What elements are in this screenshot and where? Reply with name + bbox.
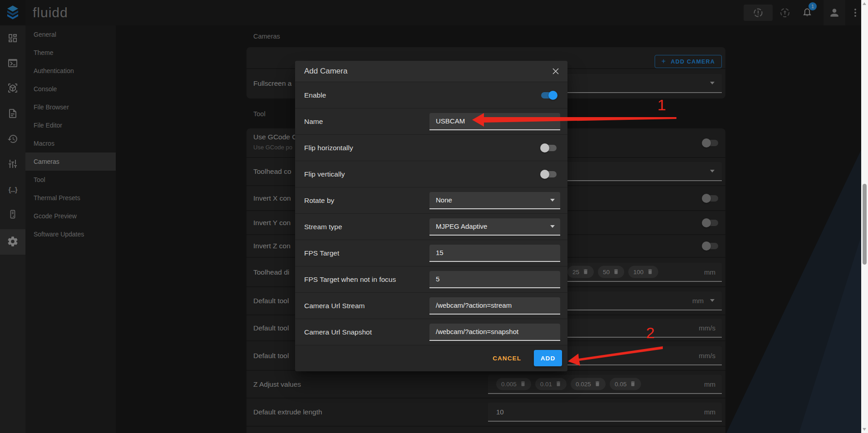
camera-url-snapshot-row: Camera Url Snapshot /webcam/?action=snap… [295, 319, 567, 345]
name-row: Name USBCAM [295, 108, 567, 134]
flip-vertically-row: Flip vertically [295, 161, 567, 187]
close-icon[interactable] [550, 66, 561, 77]
page-scrollbar[interactable] [861, 0, 868, 433]
name-label: Name [304, 118, 323, 126]
fps-target-unfocused-input[interactable]: 5 [429, 271, 560, 288]
scroll-down-arrow[interactable] [863, 428, 866, 431]
rotate-by-select[interactable]: None [429, 192, 560, 209]
dialog-header: Add Camera [295, 61, 567, 82]
fps-target-row: FPS Target 15 [295, 240, 567, 266]
flip-horizontally-toggle[interactable] [540, 143, 557, 153]
fps-target-unfocused-label: FPS Target when not in focus [304, 276, 396, 284]
camera-url-stream-row: Camera Url Stream /webcam/?action=stream [295, 292, 567, 319]
enable-row: Enable [295, 82, 567, 108]
flip-horizontally-row: Flip horizontally [295, 134, 567, 161]
camera-url-stream-input[interactable]: /webcam/?action=stream [429, 297, 560, 315]
fluidd-settings-page: Cameras + ADD CAMERA Fullscreen a Tool U… [0, 0, 868, 433]
add-button[interactable]: ADD [534, 350, 562, 366]
fps-target-unfocused-row: FPS Target when not in focus 5 [295, 266, 567, 292]
flip-vertically-label: Flip vertically [304, 170, 345, 178]
stream-type-row: Stream type MJPEG Adaptive [295, 213, 567, 240]
camera-url-snapshot-input[interactable]: /webcam/?action=snapshot [429, 324, 560, 341]
chevron-down-icon [550, 199, 555, 202]
rotate-by-value: None [436, 196, 452, 204]
enable-label: Enable [304, 91, 326, 99]
name-input[interactable]: USBCAM [429, 113, 560, 130]
camera-url-stream-value: /webcam/?action=stream [436, 301, 512, 309]
stream-type-value: MJPEG Adaptive [436, 222, 487, 230]
scroll-up-arrow[interactable] [863, 2, 866, 5]
camera-url-snapshot-label: Camera Url Snapshot [304, 328, 372, 336]
chevron-down-icon [550, 225, 555, 228]
fps-target-value: 15 [436, 249, 444, 256]
camera-url-snapshot-value: /webcam/?action=snapshot [436, 328, 518, 335]
fps-target-input[interactable]: 15 [429, 245, 560, 262]
flip-vertically-toggle[interactable] [540, 170, 557, 179]
add-camera-dialog: Add Camera Enable Name USBCAM Flip horiz… [295, 61, 567, 371]
dialog-footer: CANCEL ADD [295, 345, 567, 371]
camera-url-stream-label: Camera Url Stream [304, 302, 365, 310]
scrollbar-thumb[interactable] [863, 184, 867, 265]
stream-type-label: Stream type [304, 223, 342, 231]
stream-type-select[interactable]: MJPEG Adaptive [429, 218, 560, 236]
fps-target-unfocused-value: 5 [436, 275, 439, 283]
dialog-title: Add Camera [295, 67, 347, 76]
enable-toggle[interactable] [540, 91, 557, 100]
cancel-button[interactable]: CANCEL [493, 355, 521, 362]
rotate-by-label: Rotate by [304, 197, 334, 205]
rotate-by-row: Rotate by None [295, 187, 567, 213]
fps-target-label: FPS Target [304, 249, 339, 257]
name-value: USBCAM [436, 117, 465, 125]
flip-horizontally-label: Flip horizontally [304, 144, 353, 152]
